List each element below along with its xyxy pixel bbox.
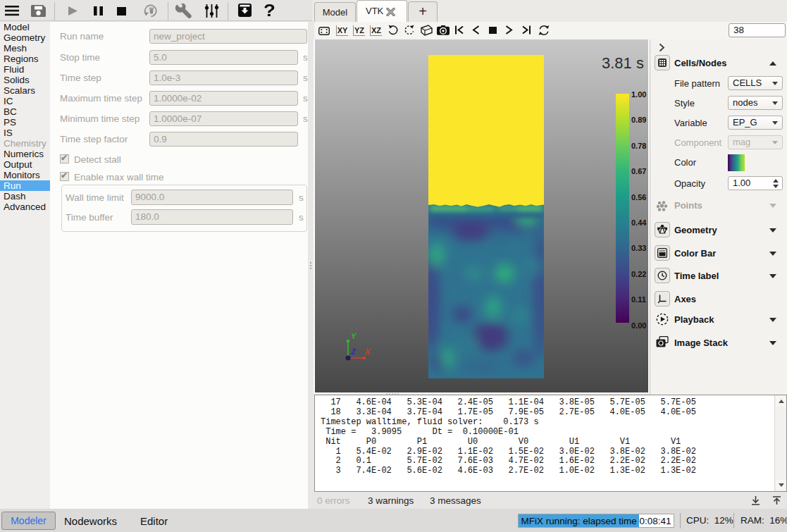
svg-text:X: X	[364, 347, 371, 356]
svg-text:Y: Y	[351, 332, 357, 340]
svg-text:Z: Z	[350, 347, 357, 356]
